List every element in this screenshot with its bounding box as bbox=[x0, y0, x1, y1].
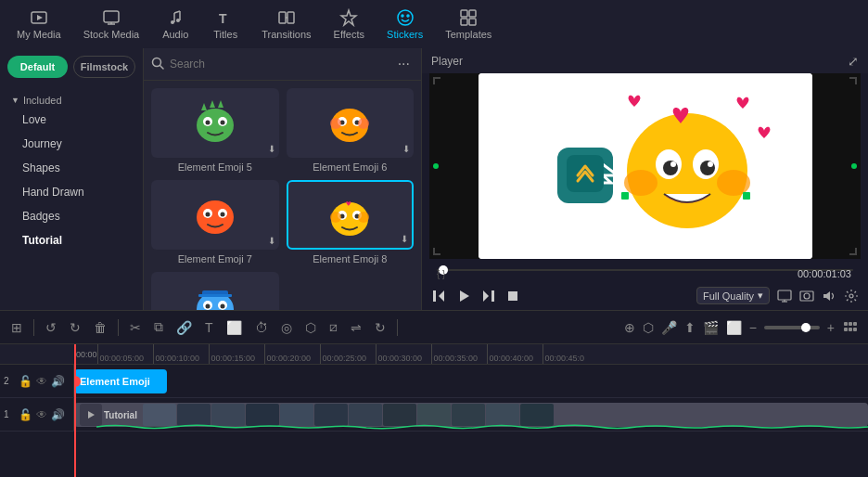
sidebar-item-badges[interactable]: Badges bbox=[0, 204, 143, 228]
sidebar-item-hand-drawn[interactable]: Hand Drawn bbox=[0, 180, 143, 204]
more-options-button[interactable]: ··· bbox=[394, 56, 414, 72]
sticker-label-7: Element Emoji 7 bbox=[151, 253, 279, 264]
play-button[interactable] bbox=[455, 288, 472, 304]
search-input[interactable] bbox=[170, 58, 389, 71]
mic-button[interactable]: 🎤 bbox=[659, 318, 679, 337]
transform-button[interactable]: ⬡ bbox=[301, 318, 320, 337]
sticker-grid: ⬇ Element Emoji 5 ⬇ Element Emoji bbox=[144, 81, 421, 310]
tab-filmstock[interactable]: Filmstock bbox=[73, 56, 135, 78]
nav-transitions[interactable]: Transitions bbox=[252, 5, 320, 44]
svg-marker-77 bbox=[483, 290, 489, 302]
track-1-visibility-button[interactable]: 👁 bbox=[36, 408, 47, 421]
svg-rect-11 bbox=[279, 12, 286, 23]
svg-point-39 bbox=[197, 200, 234, 234]
svg-rect-72 bbox=[743, 192, 750, 200]
nav-templates[interactable]: Templates bbox=[436, 5, 501, 44]
next-frame-button[interactable] bbox=[481, 289, 496, 303]
cut-button[interactable]: ✂ bbox=[126, 318, 145, 337]
layer-button[interactable]: ⧄ bbox=[326, 317, 341, 337]
toolbar-separator-1 bbox=[33, 319, 34, 336]
nav-templates-label: Templates bbox=[445, 29, 491, 40]
delete-button[interactable]: 🗑 bbox=[90, 318, 110, 337]
zoom-slider[interactable] bbox=[762, 318, 822, 337]
track-2-visibility-button[interactable]: 👁 bbox=[36, 375, 47, 388]
svg-point-43 bbox=[220, 212, 224, 216]
sticker-label-8: Element Emoji 8 bbox=[287, 253, 415, 264]
tab-default[interactable]: Default bbox=[7, 56, 68, 78]
sticker-thumb-9[interactable]: ⬇ bbox=[151, 272, 279, 310]
tutorial-clip-label: Tutorial bbox=[104, 410, 137, 420]
crop-button[interactable]: ⬜ bbox=[223, 318, 246, 337]
grid-view-button[interactable] bbox=[840, 318, 861, 337]
link-button[interactable]: 🔗 bbox=[172, 318, 196, 337]
timeline-progress-track bbox=[437, 269, 853, 271]
svg-marker-29 bbox=[201, 103, 207, 110]
track-1-volume-button[interactable]: 🔊 bbox=[51, 408, 65, 421]
svg-marker-87 bbox=[88, 411, 95, 419]
playback-controls bbox=[431, 288, 520, 304]
sticker-thumb-8[interactable]: ⬇ bbox=[287, 180, 415, 250]
sticker-download-icon-5: ⬇ bbox=[268, 144, 275, 154]
resize-handle-tr bbox=[849, 77, 857, 84]
nav-audio[interactable]: Audio bbox=[152, 5, 198, 44]
track-2-volume-button[interactable]: 🔊 bbox=[51, 375, 65, 388]
svg-point-37 bbox=[330, 118, 341, 129]
volume-icon[interactable] bbox=[822, 289, 836, 303]
redo-button[interactable]: ↻ bbox=[66, 318, 84, 337]
stop-button[interactable] bbox=[505, 289, 520, 303]
sticker-cell-empty bbox=[287, 272, 415, 310]
settings-icon[interactable] bbox=[844, 289, 859, 303]
resize-handle-tl bbox=[433, 77, 440, 84]
color-button[interactable]: ◎ bbox=[277, 318, 296, 337]
motion-button[interactable]: ⇌ bbox=[347, 318, 365, 337]
track-2-lock-button[interactable]: 🔓 bbox=[19, 375, 32, 388]
sticker-thumb-5[interactable]: ⬇ bbox=[151, 88, 279, 158]
monitor2-button[interactable]: ⬜ bbox=[724, 318, 744, 337]
plus-button[interactable]: + bbox=[825, 318, 836, 337]
sidebar-item-tutorial[interactable]: Tutorial bbox=[0, 228, 143, 252]
film-button[interactable]: 🎬 bbox=[701, 318, 721, 337]
snap-button[interactable]: ⊕ bbox=[622, 318, 637, 337]
track-1-number: 1 bbox=[4, 409, 15, 419]
monitor-icon[interactable] bbox=[777, 289, 792, 303]
track-2-number: 2 bbox=[4, 376, 15, 386]
svg-rect-80 bbox=[778, 290, 791, 300]
player-progress-bar[interactable]: { } 00:00:01:03 bbox=[429, 263, 861, 277]
undo-button[interactable]: ↺ bbox=[42, 318, 60, 337]
sidebar-item-journey[interactable]: Journey bbox=[0, 132, 143, 156]
shield-button[interactable]: ⬡ bbox=[641, 318, 656, 337]
sticker-cell-9: ⬇ Element Emoji 9 bbox=[151, 272, 279, 310]
export-button[interactable]: ⬆ bbox=[683, 318, 697, 337]
screenshot-icon[interactable] bbox=[799, 289, 814, 303]
svg-marker-85 bbox=[823, 291, 830, 301]
sidebar-item-shapes[interactable]: Shapes bbox=[0, 156, 143, 180]
nav-my-media[interactable]: My Media bbox=[7, 5, 70, 44]
multi-select-icon[interactable]: ⊞ bbox=[7, 318, 26, 337]
nav-effects[interactable]: Effects bbox=[325, 5, 374, 44]
main-area: Default Filmstock ▼ Included Love Journe… bbox=[0, 48, 868, 310]
sidebar-item-love[interactable]: Love bbox=[0, 108, 143, 132]
svg-rect-18 bbox=[461, 10, 467, 17]
nav-stock-media[interactable]: Stock Media bbox=[74, 5, 149, 44]
minus-button[interactable]: − bbox=[747, 318, 759, 337]
emoji-clip[interactable]: Element Emoji bbox=[74, 369, 167, 393]
text-button[interactable]: T bbox=[201, 318, 217, 337]
expand-icon[interactable]: ⤢ bbox=[848, 54, 859, 69]
track-1-lock-button[interactable]: 🔓 bbox=[19, 408, 32, 421]
track-1-controls: 1 🔓 👁 🔊 bbox=[0, 398, 74, 431]
nav-stickers[interactable]: Stickers bbox=[377, 5, 432, 44]
prev-frame-button[interactable] bbox=[431, 289, 446, 303]
svg-rect-21 bbox=[469, 19, 476, 25]
svg-marker-31 bbox=[218, 100, 223, 108]
sticker-thumb-6[interactable]: ⬇ bbox=[287, 88, 415, 158]
copy-button[interactable]: ⧉ bbox=[150, 317, 167, 337]
clock-button[interactable]: ⏱ bbox=[251, 318, 272, 337]
sticker-download-icon-7: ⬇ bbox=[268, 236, 275, 246]
quality-selector[interactable]: Full Quality ▾ bbox=[696, 287, 770, 304]
nav-titles[interactable]: T Titles bbox=[202, 5, 249, 44]
sticker-cell-5: ⬇ Element Emoji 5 bbox=[151, 88, 279, 173]
svg-line-9 bbox=[174, 11, 180, 13]
sticker-thumb-7[interactable]: ⬇ bbox=[151, 180, 279, 250]
svg-point-42 bbox=[205, 212, 210, 216]
refresh-button[interactable]: ↻ bbox=[371, 318, 389, 337]
